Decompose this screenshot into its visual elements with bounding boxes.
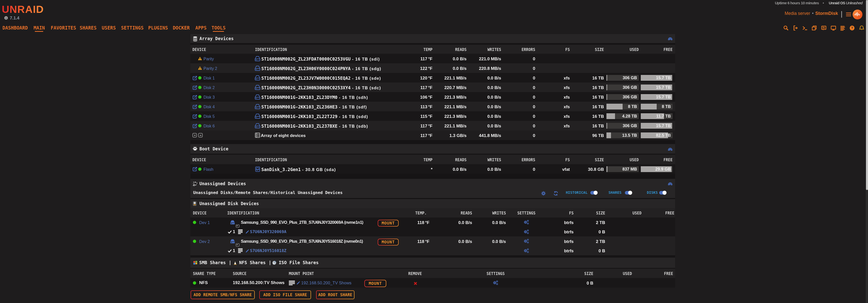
svg-text:?: ? [851,26,854,30]
